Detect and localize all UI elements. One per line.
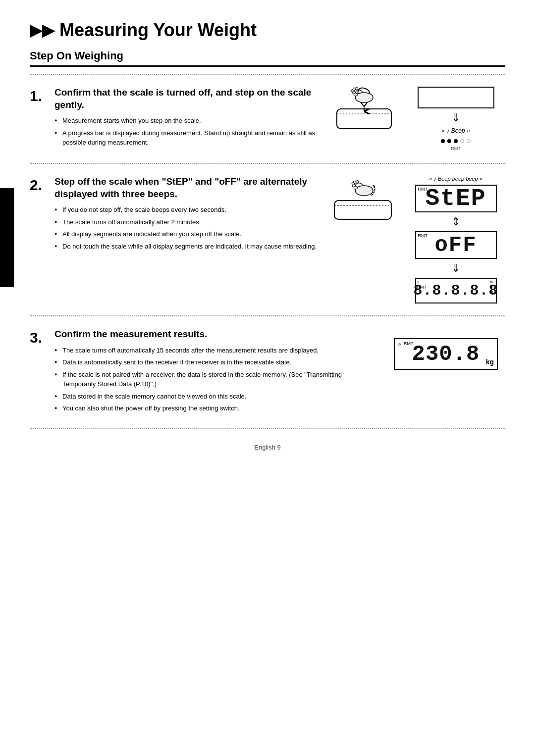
weight-text: 230.8 [412, 343, 480, 365]
dot-4 [460, 139, 464, 143]
step-3-bullet-2: Data is automatically sent to the receiv… [54, 357, 352, 367]
dot-3 [454, 139, 458, 143]
step-3-bullet-3: If the scale is not paired with a receiv… [54, 370, 352, 389]
weight-unit: kg [486, 358, 494, 366]
step-3-bullet-4: Data stored in the scale memory cannot b… [54, 392, 352, 402]
step-3-content: Confirm the measurement results. The sca… [54, 328, 357, 416]
step-3-bullet-1: The scale turns off automatically 15 sec… [54, 346, 352, 355]
step-1-illustration [322, 87, 406, 134]
svg-point-11 [355, 186, 373, 196]
step-1-title: Confirm that the scale is turned off, an… [54, 87, 317, 111]
off-display-corner: RMT [418, 233, 428, 238]
page: ▶▶ Measuring Your Weight Step On Weighin… [0, 0, 535, 756]
step-2-off-display: RMT oFF [415, 231, 497, 259]
step-1-number: 1. [30, 87, 54, 104]
step-3-number: 3. [30, 328, 54, 346]
svg-rect-0 [337, 109, 391, 129]
step-2-number: 2. [30, 176, 54, 194]
step-3-bullets: The scale turns off automatically 15 sec… [54, 346, 352, 413]
step-1-scale-svg [332, 87, 396, 134]
weight-display-rmt: RMT [404, 341, 414, 346]
step-1-display-box [418, 87, 494, 108]
step-3-bullet-5: You can also shut the power off by press… [54, 403, 352, 413]
step-1-block: 1. Confirm that the scale is turned off,… [30, 82, 505, 156]
seg-corner-tr: inlbkg [490, 280, 495, 295]
step-2-scale-svg [332, 176, 396, 223]
step-2-block: 2. Step off the scale when "StEP" and "o… [30, 171, 505, 308]
step-1-display-label: RMT [451, 146, 461, 151]
seg-corner-tl: ○RMT [417, 280, 427, 290]
step-2-arrow-1: ⇕ [451, 215, 460, 228]
step-1-display: ⇓ « ♪ Beep » RMT [406, 87, 505, 151]
step-display-corner: RMT [418, 187, 428, 192]
step-1-bullet-2: A progress bar is displayed during measu… [54, 128, 317, 148]
step-2-content: Step off the scale when "StEP" and "oFF"… [54, 176, 322, 253]
step-2-title: Step off the scale when "StEP" and "oFF"… [54, 176, 317, 200]
footer: English 9 [30, 444, 505, 451]
weight-display-circle: ○ [398, 341, 401, 347]
svg-rect-9 [334, 201, 391, 219]
step-1-arrow-down: ⇓ [451, 111, 460, 124]
step-3-block: 3. Confirm the measurement results. The … [30, 323, 505, 421]
step-3-title: Confirm the measurement results. [54, 328, 352, 341]
divider-4 [30, 428, 505, 429]
chapter-title: ▶▶ Measuring Your Weight [30, 20, 505, 41]
step-3-weight-display: ○ RMT 230.8 kg [394, 338, 498, 370]
step-2-bullets: If you do not step off, the scale beeps … [54, 205, 317, 251]
divider-3 [30, 315, 505, 316]
divider-1 [30, 74, 505, 75]
dot-1 [441, 139, 445, 143]
off-text: oFF [434, 234, 477, 256]
step-2-bullet-3: All display segments are indicated when … [54, 229, 317, 239]
step-1-content: Confirm that the scale is turned off, an… [54, 87, 322, 150]
chapter-arrows-icon: ▶▶ [30, 21, 54, 40]
step-2-illustration [322, 176, 406, 223]
step-1-bullet-1: Measurement starts when you step on the … [54, 116, 317, 126]
svg-point-16 [356, 181, 359, 183]
section-title: Step On Weighing [30, 50, 505, 67]
step-1-dots [441, 139, 471, 143]
chapter-tab [0, 188, 14, 287]
svg-point-3 [355, 93, 373, 102]
dot-2 [447, 139, 451, 143]
chapter-title-text: Measuring Your Weight [59, 20, 257, 41]
step-2-step-display: RMT StEP [415, 185, 497, 212]
step-1-bullets: Measurement starts when you step on the … [54, 116, 317, 148]
svg-point-8 [355, 88, 358, 90]
step-2-bullet-1: If you do not step off, the scale beeps … [54, 205, 317, 215]
step-2-arrow-2: ⇓ [451, 262, 460, 275]
step-text: StEP [425, 187, 486, 210]
step-2-bullet-4: Do not touch the scale while all display… [54, 242, 317, 252]
step-3-display: ○ RMT 230.8 kg [386, 328, 505, 370]
step-1-beep-label: « ♪ Beep » [441, 127, 470, 134]
step-2-bullet-2: The scale turns off automatically after … [54, 217, 317, 227]
step-2-beep-label: « ♪ Beep beep beep » [429, 176, 482, 182]
divider-2 [30, 163, 505, 164]
step-2-display: « ♪ Beep beep beep » RMT StEP ⇕ RMT oFF … [406, 176, 505, 303]
dot-5 [467, 139, 471, 143]
step-2-segments-display: ○RMT inlbkg 8.8.8.8.8 [415, 278, 497, 303]
